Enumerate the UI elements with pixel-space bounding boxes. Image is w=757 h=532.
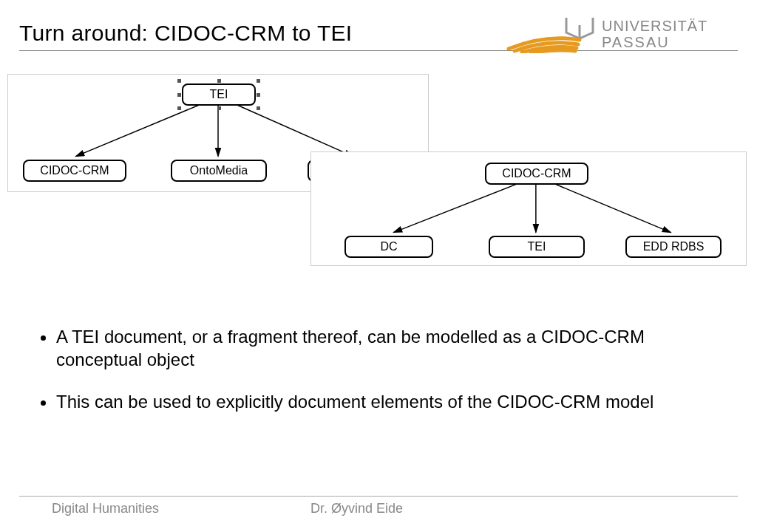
node-cidoc-crm: CIDOC-CRM: [23, 160, 126, 182]
bullet-1: A TEI document, or a fragment thereof, c…: [56, 325, 713, 371]
svg-line-3: [393, 184, 516, 232]
bullet-list: A TEI document, or a fragment thereof, c…: [35, 325, 713, 433]
svg-line-0: [75, 105, 198, 156]
footer-left: Digital Humanities: [52, 501, 159, 516]
slide-title: Turn around: CIDOC-CRM to TEI: [19, 21, 352, 46]
node-ontomedia: OntoMedia: [171, 160, 267, 182]
svg-line-5: [556, 184, 671, 232]
footer-center: Dr. Øyvind Eide: [310, 501, 403, 516]
bullet-2: This can be used to explicitly document …: [56, 390, 713, 413]
logo-text-1: UNIVERSITÄT: [602, 18, 707, 34]
svg-line-2: [238, 105, 353, 156]
node-tei-child: TEI: [489, 236, 585, 258]
node-dc: DC: [344, 236, 433, 258]
diagram-cidoc-panel: CIDOC-CRM DC TEI EDD RDBS: [310, 151, 747, 266]
node-tei: TEI: [182, 83, 256, 106]
node-edd-rdbs-2: EDD RDBS: [625, 236, 722, 258]
footer: Digital Humanities Dr. Øyvind Eide: [0, 501, 757, 519]
university-logo: UNIVERSITÄT PASSAU: [501, 15, 738, 53]
logo-text-2: PASSAU: [602, 34, 670, 50]
node-cidoc-crm-root: CIDOC-CRM: [485, 163, 588, 185]
footer-divider: [19, 496, 738, 497]
